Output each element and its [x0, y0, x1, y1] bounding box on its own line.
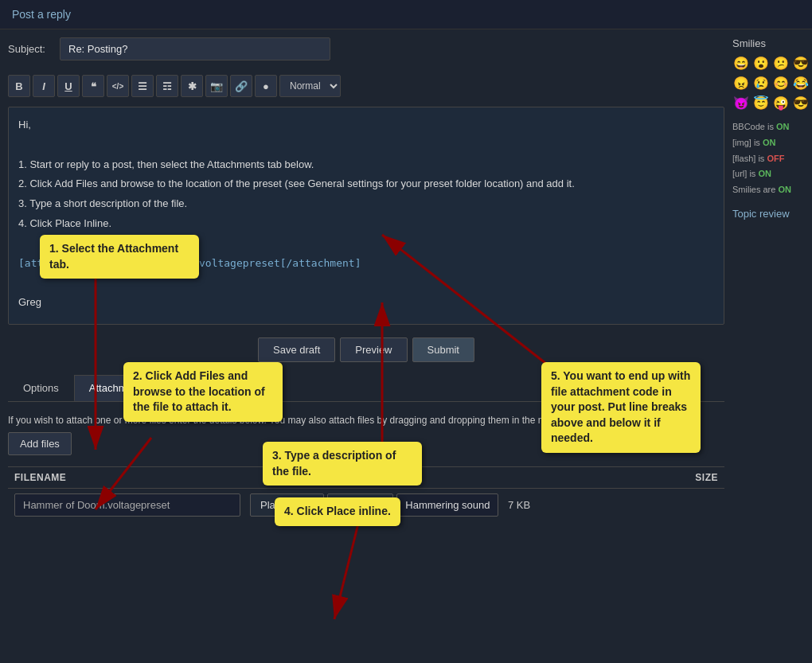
smiley-1[interactable]: 😄: [732, 54, 750, 72]
subject-label: Subject:: [8, 43, 52, 55]
link-button[interactable]: 🔗: [230, 75, 252, 97]
editor-content: Hi, 1. Start or reply to a post, then se…: [18, 117, 714, 311]
page-header: Post a reply: [0, 0, 812, 29]
tab-options[interactable]: Options: [8, 375, 74, 401]
add-files-button[interactable]: Add files: [8, 432, 72, 455]
img-on: ON: [763, 138, 776, 147]
img-status: [img] is ON: [732, 135, 804, 151]
smiley-7[interactable]: 😊: [772, 74, 790, 92]
italic-button[interactable]: I: [33, 75, 55, 97]
toolbar: B I U ❝ </> ☰ ☶ ✱ 📷 🔗 ● Normal: [8, 72, 724, 100]
smiley-5[interactable]: 😠: [732, 74, 750, 92]
smiley-9[interactable]: 😈: [732, 94, 750, 111]
file-name-input[interactable]: [14, 493, 240, 517]
bbcode-status: BBCode is ON: [732, 119, 804, 135]
smiley-2[interactable]: 😮: [752, 54, 770, 72]
subject-input[interactable]: [60, 37, 330, 60]
submit-button[interactable]: Submit: [412, 337, 474, 362]
editor-line-2: 2. Click Add Files and browse to the loc…: [18, 176, 714, 193]
smiley-3[interactable]: 😕: [772, 54, 790, 72]
file-comment-input[interactable]: [396, 493, 498, 517]
right-panel: Smilies 😄 😮 😕 😎 😠 😢 😊 😂 😈 😇 😜 😎 BBCode i…: [732, 37, 804, 521]
flash-off: OFF: [767, 154, 784, 163]
editor-line-3: 3. Type a short description of the file.: [18, 196, 714, 213]
editor-area[interactable]: Hi, 1. Start or reply to a post, then se…: [8, 107, 724, 325]
url-status: [url] is ON: [732, 166, 804, 182]
smiley-11[interactable]: 😜: [772, 94, 790, 111]
annotation-5: 5. You want to end up with file attachme…: [541, 362, 701, 453]
smilies-on: ON: [778, 185, 791, 194]
image-button[interactable]: 📷: [205, 75, 228, 97]
subject-row: Subject:: [8, 37, 724, 60]
editor-line-hi: Hi,: [18, 117, 714, 134]
annotation-1: 1. Select the Attachment tab.: [40, 235, 199, 279]
topic-review-link[interactable]: Topic review: [732, 208, 804, 220]
code-button[interactable]: </>: [107, 75, 129, 97]
save-draft-button[interactable]: Save draft: [258, 337, 335, 362]
file-name-cell: [8, 488, 247, 521]
smiley-8[interactable]: 😂: [792, 74, 810, 92]
editor-line-1: 1. Start or reply to a post, then select…: [18, 157, 714, 174]
preview-button[interactable]: Preview: [340, 337, 407, 362]
color-button[interactable]: ●: [255, 75, 277, 97]
file-size: 7 KB: [508, 499, 530, 511]
smiley-10[interactable]: 😇: [752, 94, 770, 111]
bbcode-on: ON: [776, 122, 790, 131]
page-title: Post a reply: [12, 8, 71, 21]
annotation-3: 3. Type a description of the file.: [263, 442, 422, 486]
url-on: ON: [758, 169, 771, 178]
smiley-4[interactable]: 😎: [792, 54, 810, 72]
svg-line-4: [334, 524, 358, 619]
list-ordered-button[interactable]: ☶: [156, 75, 178, 97]
file-size-cell: 7 KB: [502, 488, 724, 521]
smilies-grid: 😄 😮 😕 😎 😠 😢 😊 😂 😈 😇 😜 😎: [732, 54, 804, 111]
editor-line-blank1: [18, 137, 714, 154]
col-filename: FILENAME: [8, 466, 247, 488]
bold-button[interactable]: B: [8, 75, 30, 97]
flash-status: [flash] is OFF: [732, 151, 804, 167]
list-unordered-button[interactable]: ☰: [131, 75, 154, 97]
special-button[interactable]: ✱: [181, 75, 203, 97]
col-size: SIZE: [502, 466, 724, 488]
editor-line-4: 4. Click Place Inline.: [18, 216, 714, 232]
smiley-6[interactable]: 😢: [752, 74, 770, 92]
smilies-title: Smilies: [732, 37, 804, 49]
bbcode-info: BBCode is ON [img] is ON [flash] is OFF …: [732, 119, 804, 198]
format-select[interactable]: Normal: [279, 75, 341, 97]
underline-button[interactable]: U: [57, 75, 80, 97]
smilies-status: Smilies are ON: [732, 182, 804, 198]
annotation-2: 2. Click Add Files and browse to the loc…: [123, 362, 283, 422]
editor-line-greg: Greg: [18, 294, 714, 311]
annotation-4: 4. Click Place inline.: [275, 497, 400, 526]
quote-button[interactable]: ❝: [82, 75, 104, 97]
smiley-12[interactable]: 😎: [792, 94, 810, 111]
